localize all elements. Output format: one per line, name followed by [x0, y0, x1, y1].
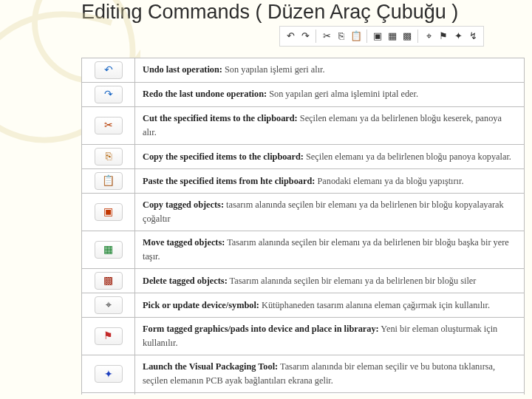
- command-description-cell: Break tagged object(s) into primitives: …: [135, 393, 525, 395]
- pick-device-icon[interactable]: ⌖: [423, 30, 434, 42]
- toolbar-separator: [316, 30, 316, 43]
- command-icon-cell: ↯: [82, 393, 135, 395]
- table-row: ✦Launch the Visual Packaging Tool: Tasar…: [82, 355, 525, 393]
- table-row: ⎘Copy the specified items to the clipboa…: [82, 145, 525, 169]
- command-description-cell: Copy the specified items to the clipboar…: [135, 145, 525, 169]
- form-device-icon[interactable]: ⚑: [437, 30, 449, 42]
- delete-tagged-icon[interactable]: ▩: [401, 30, 413, 42]
- command-icon[interactable]: ⎘: [95, 148, 123, 166]
- command-icon-cell: ↶: [82, 58, 135, 83]
- command-icon-cell: ▣: [82, 194, 135, 231]
- command-icon[interactable]: ✦: [95, 365, 123, 383]
- command-icon-cell: ✦: [82, 355, 135, 393]
- command-icon-cell: ▩: [82, 269, 135, 293]
- toolbar-separator: [366, 30, 367, 43]
- command-title: Delete tagged objects:: [143, 276, 228, 286]
- command-description-cell: Paste the specified items from hte clipb…: [135, 169, 525, 194]
- command-description-cell: Copy tagged objects: tasarım alanında se…: [135, 194, 525, 231]
- table-row: ▦Move tagged objects: Tasarım alanında s…: [82, 231, 525, 269]
- table-row: ↯Break tagged object(s) into primitives:…: [82, 393, 525, 395]
- command-title: Launch the Visual Packaging Tool:: [143, 361, 278, 372]
- command-description: Kütüphaneden tasarım alanına eleman çağı…: [259, 300, 490, 310]
- paste-icon[interactable]: 📋: [350, 30, 362, 42]
- command-description: Son yapılan geri alma işlemini iptal ede…: [267, 89, 418, 99]
- command-icon-cell: ✂: [82, 107, 135, 145]
- command-title: Cut the specified items to the clipboard…: [143, 113, 298, 123]
- command-description: Seçilen elemanı ya da belirlenen bloğu p…: [304, 151, 511, 162]
- command-description: Son yapılan işlemi geri alır.: [222, 64, 325, 75]
- command-icon[interactable]: ↶: [95, 61, 123, 79]
- command-description-cell: Redo the last undone operation: Son yapı…: [135, 83, 525, 107]
- redo-icon[interactable]: ↷: [299, 30, 311, 42]
- commands-table: ↶Undo last operation: Son yapılan işlemi…: [81, 58, 525, 395]
- page-title: Editing Commands ( Düzen Araç Çubuğu ): [0, 0, 532, 24]
- command-icon[interactable]: ↷: [95, 86, 123, 103]
- command-description: Tasarım alanında seçilen bir elemanı ya …: [228, 276, 477, 286]
- table-row: ▩Delete tagged objects: Tasarım alanında…: [82, 269, 525, 293]
- command-icon[interactable]: ⚑: [95, 327, 123, 345]
- toolbar-separator: [417, 30, 418, 43]
- copy-icon[interactable]: ⎘: [335, 30, 347, 42]
- table-row: ⚑Form tagged graphics/pads into device a…: [82, 318, 525, 355]
- command-icon[interactable]: ▩: [95, 272, 123, 290]
- command-icon[interactable]: ▣: [95, 203, 123, 221]
- command-title: Redo the last undone operation:: [143, 89, 267, 99]
- command-description-cell: Launch the Visual Packaging Tool: Tasarı…: [135, 355, 525, 393]
- command-icon-cell: ⌖: [82, 293, 135, 318]
- break-object-icon[interactable]: ↯: [467, 30, 479, 42]
- command-icon-cell: ↷: [82, 83, 135, 107]
- editing-toolbar: ↶ ↷ ✂ ⎘ 📋 ▣ ▦ ▩ ⌖ ⚑ ✦ ↯: [279, 26, 484, 47]
- command-title: Undo last operation:: [143, 64, 222, 75]
- table-row: ⌖Pick or update device/symbol: Kütüphane…: [82, 293, 525, 318]
- command-description-cell: Form tagged graphics/pads into device an…: [135, 318, 525, 355]
- command-title: Pick or update device/symbol:: [143, 300, 259, 310]
- command-title: Move tagged objects:: [143, 237, 225, 248]
- command-description-cell: Delete tagged objects: Tasarım alanında …: [135, 269, 525, 293]
- command-description: Panodaki elemanı ya da bloğu yapıştırır.: [315, 176, 463, 186]
- command-icon-cell: ⚑: [82, 318, 135, 355]
- command-icon-cell: ⎘: [82, 145, 135, 169]
- command-description-cell: Pick or update device/symbol: Kütüphaned…: [135, 293, 525, 318]
- command-title: Copy the specified items to the clipboar…: [143, 151, 304, 162]
- command-title: Paste the specified items from hte clipb…: [143, 176, 315, 186]
- table-row: ▣Copy tagged objects: tasarım alanında s…: [82, 194, 525, 231]
- table-row: ↷Redo the last undone operation: Son yap…: [82, 83, 525, 107]
- command-description-cell: Cut the specified items to the clipboard…: [135, 107, 525, 145]
- launch-tool-icon[interactable]: ✦: [452, 30, 464, 42]
- command-icon[interactable]: ▦: [95, 241, 123, 259]
- cut-icon[interactable]: ✂: [321, 30, 332, 42]
- command-title: Form tagged graphics/pads into device an…: [143, 324, 379, 334]
- table-row: ↶Undo last operation: Son yapılan işlemi…: [82, 58, 525, 83]
- copy-tagged-icon[interactable]: ▣: [372, 30, 383, 42]
- command-title: Copy tagged objects:: [143, 200, 224, 210]
- command-icon[interactable]: ⌖: [95, 296, 123, 314]
- command-icon[interactable]: 📋: [95, 172, 123, 190]
- command-description-cell: Undo last operation: Son yapılan işlemi …: [135, 58, 525, 83]
- move-tagged-icon[interactable]: ▦: [386, 30, 398, 42]
- table-row: 📋Paste the specified items from hte clip…: [82, 169, 525, 194]
- table-row: ✂Cut the specified items to the clipboar…: [82, 107, 525, 145]
- command-description-cell: Move tagged objects: Tasarım alanında se…: [135, 231, 525, 269]
- command-icon-cell: 📋: [82, 169, 135, 194]
- command-icon-cell: ▦: [82, 231, 135, 269]
- command-icon[interactable]: ✂: [95, 117, 123, 134]
- undo-icon[interactable]: ↶: [284, 30, 296, 42]
